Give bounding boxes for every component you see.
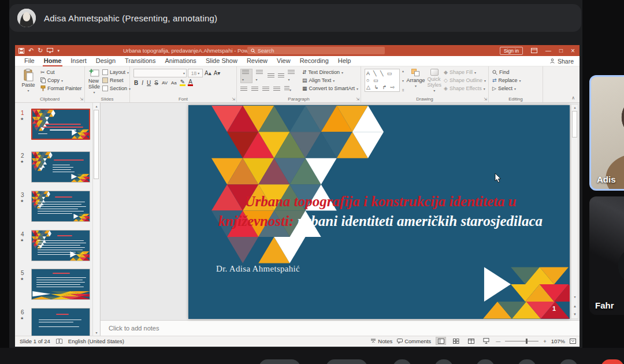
slide-thumbnail[interactable] — [31, 308, 90, 339]
normal-view-button[interactable] — [436, 337, 446, 345]
align-text-button[interactable]: ▤ Align Text ▾ — [302, 77, 358, 84]
change-case-button[interactable]: Aa — [170, 80, 177, 86]
thumbnail-scrollbar[interactable]: ▴ ▾ — [92, 103, 99, 336]
accessibility-checker-icon[interactable] — [56, 339, 62, 344]
copy-button[interactable]: Copy ▾ — [40, 77, 82, 84]
font-size-select[interactable]: 18▾ — [188, 69, 203, 77]
redo-icon[interactable]: ↻ — [38, 47, 43, 54]
editor-scrollbar[interactable]: ▴ ▾ ▲ ▼ — [571, 104, 578, 319]
ribbon-display-options-icon[interactable] — [531, 48, 537, 53]
meet-control-button[interactable] — [326, 359, 367, 364]
zoom-out-button[interactable]: — — [496, 339, 500, 344]
language-indicator[interactable]: English (United States) — [68, 338, 124, 344]
scroll-down-icon[interactable]: ▾ — [571, 295, 578, 299]
drawing-dialog-launcher-icon[interactable]: ⇲ — [484, 97, 487, 102]
find-button[interactable]: Find — [492, 69, 521, 76]
underline-button[interactable]: U — [146, 80, 151, 86]
quick-styles-button[interactable]: Quick Styles ▾ — [428, 69, 442, 95]
paragraph-dialog-launcher-icon[interactable]: ⇲ — [356, 97, 359, 102]
font-color-button[interactable]: A — [188, 79, 193, 86]
arrange-button[interactable]: Arrange ▾ — [407, 69, 425, 95]
tab-animations[interactable]: Animations — [160, 56, 200, 66]
increase-indent-button[interactable] — [278, 73, 285, 79]
bold-button[interactable]: B — [133, 80, 139, 86]
paste-button[interactable]: Paste ▾ — [18, 69, 38, 95]
layout-button[interactable]: Layout ▾ — [102, 69, 131, 76]
reading-view-button[interactable] — [466, 337, 476, 345]
search-box[interactable]: Search — [247, 47, 385, 54]
notes-toggle-button[interactable]: Notes — [370, 338, 392, 344]
tab-design[interactable]: Design — [91, 56, 120, 66]
close-icon[interactable]: × — [571, 47, 575, 54]
zoom-level[interactable]: 107% — [551, 338, 565, 344]
slide-thumbnail[interactable] — [31, 230, 90, 261]
shape-outline-button[interactable]: ◇ Shape Outline ▾ — [444, 77, 486, 84]
columns-button[interactable]: ▾ — [284, 86, 291, 92]
section-button[interactable]: Section ▾ — [102, 85, 131, 92]
grow-font-button[interactable]: A▴ — [204, 70, 212, 76]
font-name-select[interactable]: ▾ — [133, 69, 187, 77]
text-direction-button[interactable]: ⇵ Text Direction ▾ — [302, 69, 358, 76]
zoom-slider[interactable] — [505, 341, 538, 341]
font-dialog-launcher-icon[interactable]: ⇲ — [232, 97, 235, 102]
clipboard-dialog-launcher-icon[interactable]: ⇲ — [80, 97, 83, 102]
slide-thumbnail[interactable] — [31, 109, 90, 140]
align-right-button[interactable] — [262, 87, 269, 92]
tab-transitions[interactable]: Transitions — [120, 56, 160, 66]
decrease-indent-button[interactable] — [268, 73, 274, 79]
customize-qat-icon[interactable]: ▾ — [57, 49, 60, 53]
present-icon[interactable] — [47, 48, 53, 53]
tab-help[interactable]: Help — [333, 56, 356, 66]
tab-file[interactable]: File — [20, 56, 39, 66]
align-center-button[interactable] — [251, 87, 258, 92]
scroll-up-icon[interactable]: ▴ — [571, 105, 578, 109]
tab-insert[interactable]: Insert — [66, 56, 91, 66]
slide-sorter-view-button[interactable] — [451, 337, 461, 345]
tab-home[interactable]: Home — [39, 56, 66, 66]
character-spacing-button[interactable]: AV — [161, 80, 168, 86]
shape-fill-button[interactable]: ◆ Shape Fill ▾ — [444, 69, 486, 76]
zoom-in-button[interactable]: + — [543, 338, 547, 344]
scroll-up-icon[interactable]: ▴ — [93, 104, 100, 108]
notes-pane[interactable]: Click to add notes — [101, 320, 580, 336]
undo-icon[interactable]: ↶ — [28, 47, 34, 54]
reset-button[interactable]: Reset — [102, 77, 131, 84]
participant-tile-adis[interactable]: Adis — [589, 75, 624, 191]
slide-thumbnail[interactable] — [31, 151, 90, 183]
slide-canvas[interactable]: Urbana topografija i konstrukcija identi… — [188, 105, 570, 319]
tab-review[interactable]: Review — [242, 56, 272, 66]
convert-smartart-button[interactable]: ▦ Convert to SmartArt ▾ — [302, 85, 358, 92]
cut-button[interactable]: ✂ Cut — [40, 69, 82, 76]
save-icon[interactable] — [18, 48, 24, 54]
scroll-down-icon[interactable]: ▾ — [93, 330, 100, 335]
fit-slide-to-window-icon[interactable] — [570, 339, 576, 344]
slide-thumbnail[interactable] — [31, 269, 90, 300]
scrollbar-thumb[interactable] — [94, 110, 99, 179]
tab-recording[interactable]: Recording — [295, 56, 333, 66]
highlight-color-button[interactable]: ✎ — [180, 79, 185, 86]
new-slide-button[interactable]: New Slide ▾ — [88, 69, 100, 95]
meet-control-button[interactable] — [259, 359, 300, 364]
bullets-button[interactable]: ▾ — [240, 69, 252, 83]
restore-icon[interactable]: □ — [559, 48, 563, 54]
comments-toggle-button[interactable]: Comments — [397, 338, 431, 344]
shrink-font-button[interactable]: A▾ — [213, 70, 221, 76]
shape-gallery-scroll[interactable]: ▴▾≡ — [402, 69, 404, 92]
tab-view[interactable]: View — [272, 56, 295, 66]
slide-thumbnail[interactable] — [31, 191, 90, 222]
scrollbar-thumb[interactable] — [572, 111, 577, 138]
previous-slide-icon[interactable]: ▲ — [571, 304, 578, 308]
format-painter-button[interactable]: Format Painter — [40, 85, 82, 92]
replace-button[interactable]: ⇄ Replace ▾ — [492, 77, 521, 84]
sign-in-button[interactable]: Sign in — [500, 47, 523, 55]
numbering-button[interactable]: ▾ — [256, 70, 265, 82]
shape-gallery[interactable]: A ╲ ╲ ▭ ○ ▭ △ ↳ ↱ ⇨ ⇩ ▱ ☆ ╭ ╮ { } ✩ — [365, 69, 400, 92]
italic-button[interactable]: I — [141, 80, 144, 86]
shape-effects-button[interactable]: ◈ Shape Effects ▾ — [444, 85, 486, 92]
zoom-slider-thumb[interactable] — [526, 339, 528, 344]
tab-slide-show[interactable]: Slide Show — [201, 56, 242, 66]
align-left-button[interactable] — [240, 87, 247, 92]
select-button[interactable]: ▷ Select ▾ — [492, 85, 521, 92]
strikethrough-button[interactable]: S — [154, 80, 159, 86]
next-slide-icon[interactable]: ▼ — [571, 313, 578, 316]
